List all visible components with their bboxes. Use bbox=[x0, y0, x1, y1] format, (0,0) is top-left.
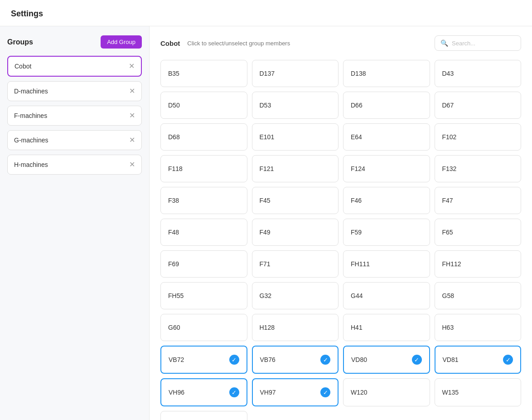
machine-card[interactable]: G58 bbox=[435, 282, 522, 309]
close-icon[interactable]: ✕ bbox=[129, 112, 135, 119]
machine-card[interactable]: E64 bbox=[343, 123, 430, 151]
machine-label: FH111 bbox=[351, 260, 370, 268]
machine-label: G32 bbox=[260, 292, 271, 299]
machine-label: H63 bbox=[442, 324, 454, 331]
group-label: F-machines bbox=[14, 112, 47, 119]
machine-card[interactable]: F46 bbox=[343, 187, 430, 214]
machine-card[interactable]: VD80✓ bbox=[343, 346, 430, 374]
machine-label: W120 bbox=[351, 389, 368, 396]
machine-card[interactable]: W120 bbox=[343, 378, 430, 406]
close-icon[interactable]: ✕ bbox=[129, 63, 135, 70]
machine-label: D43 bbox=[442, 70, 454, 77]
close-icon[interactable]: ✕ bbox=[129, 161, 135, 168]
machine-card[interactable]: H128 bbox=[252, 314, 339, 341]
machine-label: VH97 bbox=[260, 389, 276, 396]
search-icon: 🔍 bbox=[440, 39, 448, 47]
search-input[interactable] bbox=[452, 40, 515, 47]
sidebar-item-f-machines[interactable]: F-machines✕ bbox=[7, 106, 142, 126]
machine-card[interactable]: F121 bbox=[252, 155, 339, 182]
machine-card[interactable]: D67 bbox=[435, 92, 522, 119]
machine-card[interactable]: G44 bbox=[343, 282, 430, 309]
machine-card[interactable]: D68 bbox=[160, 123, 247, 151]
page-title: Settings bbox=[0, 0, 532, 26]
close-icon[interactable]: ✕ bbox=[129, 137, 135, 144]
machine-label: G44 bbox=[351, 292, 363, 299]
machine-card[interactable]: D43 bbox=[435, 60, 522, 87]
machine-card[interactable]: E101 bbox=[252, 123, 339, 151]
add-group-button[interactable]: Add Group bbox=[101, 35, 142, 49]
machine-card[interactable]: F65 bbox=[435, 219, 522, 246]
machine-grid: B35D137D138D43D50D53D66D67D68E101E64F102… bbox=[160, 60, 521, 420]
check-icon: ✓ bbox=[229, 387, 239, 397]
machine-card[interactable]: F118 bbox=[160, 155, 247, 182]
machine-card[interactable]: D66 bbox=[343, 92, 430, 119]
machine-card[interactable]: F69 bbox=[160, 250, 247, 278]
machine-label: D53 bbox=[260, 102, 271, 109]
machine-card[interactable]: VB76✓ bbox=[252, 346, 339, 374]
sidebar-item-cobot[interactable]: Cobot✕ bbox=[7, 56, 142, 77]
machine-card[interactable]: FH112 bbox=[435, 250, 522, 278]
machine-card[interactable]: W136 bbox=[160, 411, 247, 420]
machine-card[interactable]: FH55 bbox=[160, 282, 247, 309]
machine-card[interactable]: G60 bbox=[160, 314, 247, 341]
groups-list: Cobot✕D-machines✕F-machines✕G-machines✕H… bbox=[7, 56, 142, 175]
machine-label: F38 bbox=[168, 197, 179, 204]
machine-card[interactable]: F59 bbox=[343, 219, 430, 246]
machine-label: G58 bbox=[442, 292, 454, 299]
machine-label: F71 bbox=[260, 260, 271, 268]
check-icon: ✓ bbox=[229, 355, 239, 365]
machine-label: VH96 bbox=[169, 389, 184, 396]
machine-card[interactable]: F102 bbox=[435, 123, 522, 151]
machine-card[interactable]: FH111 bbox=[343, 250, 430, 278]
machine-card[interactable]: VH96✓ bbox=[160, 378, 247, 406]
machine-label: VD80 bbox=[351, 356, 367, 363]
check-icon: ✓ bbox=[320, 387, 330, 397]
content-area: Cobot Click to select/unselect group mem… bbox=[150, 26, 532, 420]
machine-card[interactable]: W135 bbox=[435, 378, 522, 406]
machine-label: F65 bbox=[442, 229, 453, 236]
sidebar-item-h-machines[interactable]: H-machines✕ bbox=[7, 155, 142, 175]
machine-card[interactable]: VB72✓ bbox=[160, 346, 247, 374]
machine-label: B35 bbox=[168, 70, 179, 77]
machine-label: D66 bbox=[351, 102, 363, 109]
selected-group-name: Cobot bbox=[160, 39, 180, 47]
machine-label: VB76 bbox=[260, 356, 276, 363]
machine-card[interactable]: D53 bbox=[252, 92, 339, 119]
machine-card[interactable]: G32 bbox=[252, 282, 339, 309]
machine-card[interactable]: F45 bbox=[252, 187, 339, 214]
machine-card[interactable]: VD81✓ bbox=[435, 346, 522, 374]
machine-card[interactable]: D50 bbox=[160, 92, 247, 119]
machine-card[interactable]: H63 bbox=[435, 314, 522, 341]
machine-label: E64 bbox=[351, 133, 362, 141]
machine-label: F48 bbox=[168, 229, 179, 236]
close-icon[interactable]: ✕ bbox=[129, 88, 135, 95]
machine-label: G60 bbox=[168, 324, 180, 331]
machine-card[interactable]: F124 bbox=[343, 155, 430, 182]
machine-label: FH55 bbox=[168, 292, 184, 299]
machine-label: F121 bbox=[260, 165, 274, 172]
machine-label: F49 bbox=[260, 229, 271, 236]
machine-label: VD81 bbox=[443, 356, 459, 363]
machine-label: H128 bbox=[260, 324, 275, 331]
machine-card[interactable]: VH97✓ bbox=[252, 378, 339, 406]
machine-label: F118 bbox=[168, 165, 183, 172]
machine-card[interactable]: F71 bbox=[252, 250, 339, 278]
group-label: G-machines bbox=[14, 137, 48, 144]
machine-card[interactable]: F132 bbox=[435, 155, 522, 182]
sidebar-item-d-machines[interactable]: D-machines✕ bbox=[7, 81, 142, 101]
machine-card[interactable]: F47 bbox=[435, 187, 522, 214]
machine-card[interactable]: H41 bbox=[343, 314, 430, 341]
check-icon: ✓ bbox=[412, 355, 422, 365]
machine-card[interactable]: F38 bbox=[160, 187, 247, 214]
machine-label: H41 bbox=[351, 324, 363, 331]
machine-card[interactable]: B35 bbox=[160, 60, 247, 87]
machine-card[interactable]: D137 bbox=[252, 60, 339, 87]
machine-label: F59 bbox=[351, 229, 362, 236]
machine-card[interactable]: F49 bbox=[252, 219, 339, 246]
machine-card[interactable]: D138 bbox=[343, 60, 430, 87]
content-header: Cobot Click to select/unselect group mem… bbox=[160, 35, 521, 51]
sidebar-item-g-machines[interactable]: G-machines✕ bbox=[7, 130, 142, 150]
machine-label: F124 bbox=[351, 165, 365, 172]
machine-card[interactable]: F48 bbox=[160, 219, 247, 246]
machine-label: FH112 bbox=[442, 260, 461, 268]
